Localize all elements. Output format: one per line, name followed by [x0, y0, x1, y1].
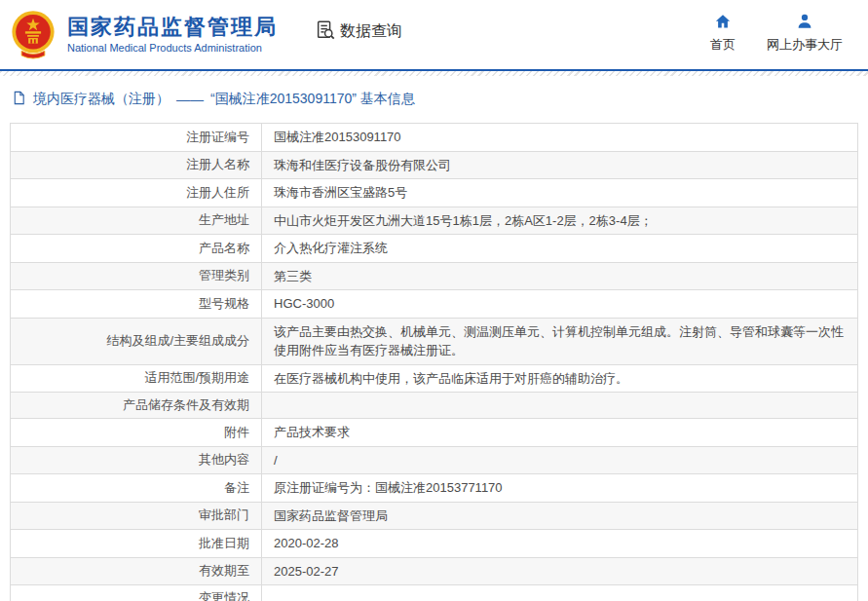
row-label: 注册人住所 — [11, 179, 262, 207]
nav-data-query-label: 数据查询 — [340, 21, 402, 42]
table-row: 变更情况 — [11, 585, 857, 601]
breadcrumb-category: 境内医疗器械（注册） — [33, 91, 170, 108]
brand: 国家药品监督管理局 National Medical Products Admi… — [0, 9, 278, 61]
row-value: 在医疗器械机构中使用，该产品临床适用于对肝癌的辅助治疗。 — [262, 365, 857, 393]
row-value: 产品技术要求 — [262, 419, 857, 446]
nav-online-hall-label: 网上办事大厅 — [767, 36, 843, 54]
site-title: 国家药品监督管理局 — [67, 15, 278, 39]
site-subtitle: National Medical Products Administration — [67, 42, 278, 55]
row-value: 原注册证编号为：国械注准20153771170 — [262, 474, 857, 502]
row-label: 批准日期 — [11, 530, 262, 557]
row-label: 产品储存条件及有效期 — [11, 393, 262, 418]
row-value: / — [262, 447, 857, 474]
table-row: 产品名称介入热化疗灌注系统 — [11, 235, 857, 263]
row-label: 有效期至 — [11, 558, 262, 585]
table-row: 结构及组成/主要组成成分该产品主要由热交换、机械单元、测温测压单元、计算机控制单… — [11, 319, 857, 365]
table-row: 注册人住所珠海市香洲区宝盛路5号 — [11, 179, 857, 207]
table-row: 其他内容/ — [11, 447, 857, 475]
national-emblem-icon — [8, 9, 58, 61]
table-row: 适用范围/预期用途在医疗器械机构中使用，该产品临床适用于对肝癌的辅助治疗。 — [11, 365, 857, 394]
table-row: 备注原注册证编号为：国械注准20153771170 — [11, 474, 857, 503]
table-row: 注册人名称珠海和佳医疗设备股份有限公司 — [11, 152, 857, 180]
table-row: 附件产品技术要求 — [11, 419, 857, 447]
row-label: 备注 — [11, 474, 262, 502]
table-row: 生产地址中山市火炬开发区九洲大道15号1栋1层，2栋A区1-2层，2栋3-4层； — [11, 207, 857, 236]
row-label: 审批部门 — [11, 503, 262, 530]
nav-online-hall[interactable]: 网上办事大厅 — [767, 13, 843, 54]
breadcrumb-detail: “国械注准20153091170” 基本信息 — [210, 91, 415, 108]
document-search-icon — [315, 19, 336, 45]
row-value: 介入热化疗灌注系统 — [262, 235, 857, 262]
table-row: 有效期至2025-02-27 — [11, 558, 857, 586]
nav-home[interactable]: 首页 — [710, 13, 736, 54]
table-row: 型号规格HGC-3000 — [11, 290, 857, 319]
row-value — [262, 393, 857, 418]
nav-home-label: 首页 — [710, 36, 736, 54]
row-value: 中山市火炬开发区九洲大道15号1栋1层，2栋A区1-2层，2栋3-4层； — [262, 207, 857, 235]
row-label: 注册证编号 — [11, 124, 262, 151]
header-nav: 首页 网上办事大厅 — [710, 13, 868, 54]
row-value: 国械注准20153091170 — [262, 124, 857, 151]
row-label: 产品名称 — [11, 235, 262, 262]
row-label: 注册人名称 — [11, 152, 262, 179]
row-value: 珠海和佳医疗设备股份有限公司 — [262, 152, 857, 179]
table-row: 管理类别第三类 — [11, 263, 857, 291]
row-value: 2025-02-27 — [262, 558, 857, 585]
row-value — [262, 585, 857, 601]
row-label: 变更情况 — [11, 585, 262, 601]
row-value: 珠海市香洲区宝盛路5号 — [262, 179, 857, 207]
table-row: 产品储存条件及有效期 — [11, 393, 857, 419]
site-header: 国家药品监督管理局 National Medical Products Admi… — [0, 0, 868, 69]
person-icon — [796, 13, 813, 33]
nav-data-query[interactable]: 数据查询 — [315, 19, 402, 45]
row-label: 适用范围/预期用途 — [11, 365, 262, 393]
row-value: 第三类 — [262, 263, 857, 290]
row-label: 生产地址 — [11, 207, 262, 235]
brand-text: 国家药品监督管理局 National Medical Products Admi… — [67, 15, 278, 55]
header-divider — [0, 69, 868, 76]
row-label: 结构及组成/主要组成成分 — [11, 319, 262, 364]
table-row: 注册证编号国械注准20153091170 — [11, 124, 857, 152]
row-value: HGC-3000 — [262, 290, 857, 318]
breadcrumb-separator: —— — [176, 92, 204, 107]
row-value: 该产品主要由热交换、机械单元、测温测压单元、计算机控制单元组成。注射筒、导管和球… — [262, 319, 857, 364]
row-label: 型号规格 — [11, 290, 262, 318]
table-row: 批准日期2020-02-28 — [11, 530, 857, 558]
row-label: 附件 — [11, 419, 262, 446]
table-row: 审批部门国家药品监督管理局 — [11, 503, 857, 531]
row-label: 管理类别 — [11, 263, 262, 290]
home-icon — [714, 13, 732, 33]
row-value: 国家药品监督管理局 — [262, 503, 857, 530]
document-icon — [12, 91, 26, 108]
breadcrumb: 境内医疗器械（注册） —— “国械注准20153091170” 基本信息 — [0, 76, 868, 121]
registration-table: 注册证编号国械注准20153091170注册人名称珠海和佳医疗设备股份有限公司注… — [10, 123, 858, 601]
row-value: 2020-02-28 — [262, 530, 857, 557]
row-label: 其他内容 — [11, 447, 262, 474]
